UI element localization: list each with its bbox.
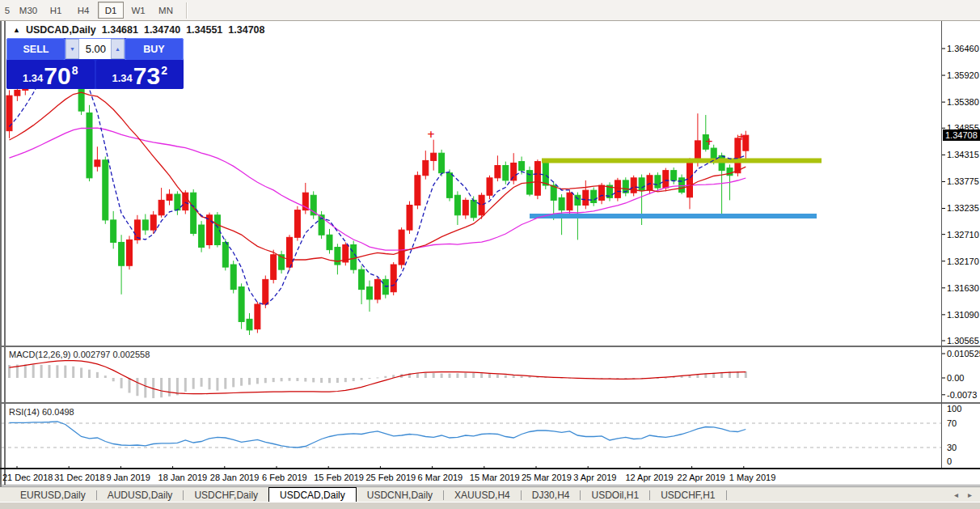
bid-price[interactable]: 1.34 70 8 <box>6 60 95 89</box>
tab-separator <box>726 490 727 500</box>
price-tick-label: 1.30565 <box>947 336 979 346</box>
date-tick-label: 9 Jan 2019 <box>106 473 150 482</box>
date-tick-label: 12 Apr 2019 <box>625 473 673 482</box>
timeframe-toolbar: 5M30H1H4D1W1MN <box>0 0 980 21</box>
bid-price-prefix: 1.34 <box>23 72 43 84</box>
date-axis-top-border <box>0 468 980 469</box>
splitter-rsi[interactable] <box>0 402 980 404</box>
date-tick-label: 1 May 2019 <box>729 473 775 482</box>
timeframe-button-h4[interactable]: H4 <box>70 2 96 19</box>
timeframe-button-m30[interactable]: M30 <box>15 2 41 19</box>
price-tick-label: 1.33775 <box>947 176 979 186</box>
rsi-tick-label: 70 <box>947 418 957 428</box>
macd-indicator-label: MACD(12,26,9) 0.002797 0.002558 <box>9 350 150 359</box>
chart-tab-eurusd-daily[interactable]: EURUSD,Daily <box>10 487 96 503</box>
axis-separator-vertical <box>941 21 942 468</box>
timeframe-button-h1[interactable]: H1 <box>43 2 69 19</box>
ask-price-pip-digit: 2 <box>161 64 167 77</box>
date-tick-label: 31 Dec 2018 <box>54 473 104 482</box>
ask-price-big-digits: 73 <box>133 66 160 87</box>
ask-price-prefix: 1.34 <box>112 72 133 84</box>
price-tick-label: 1.32710 <box>947 230 979 240</box>
chart-symbol-label: USDCAD,Daily <box>26 24 96 36</box>
status-strip <box>0 502 980 509</box>
price-tick-label: 1.33235 <box>947 203 979 213</box>
chart-tab-usdoil-h1[interactable]: USDOil,H1 <box>581 487 649 503</box>
date-tick-label: 15 Mar 2019 <box>470 473 520 482</box>
one-click-trading-panel: SELL ▼ 5.00 ▲ BUY 1.34 70 8 1.34 73 2 <box>6 38 184 89</box>
chart-tab-usdchf-daily[interactable]: USDCHF,Daily <box>184 487 268 503</box>
date-axis-bottom-border <box>0 485 980 486</box>
chart-tab-audusd-daily[interactable]: AUDUSD,Daily <box>97 487 184 503</box>
chart-frame-left <box>4 21 6 486</box>
bid-price-pip-digit: 8 <box>72 64 78 77</box>
ohlc-open: 1.34681 <box>102 24 138 36</box>
price-tick-label: 1.31090 <box>947 310 979 320</box>
ohlc-high: 1.34740 <box>144 24 180 36</box>
timeframe-button-mn[interactable]: MN <box>153 2 179 19</box>
tab-scroll-left-icon[interactable]: ◂ <box>954 490 958 499</box>
buy-button[interactable]: BUY <box>125 38 184 61</box>
chart-tab-usdchf-h1[interactable]: USDCHF,H1 <box>650 487 725 503</box>
rsi-tick-label: 30 <box>947 443 957 452</box>
chart-title: ▲ USDCAD,Daily 1.34681 1.34740 1.34551 1… <box>13 23 265 36</box>
macd-tick-label: 0.010525 <box>947 349 980 358</box>
volume-stepper: ▼ 5.00 ▲ <box>65 38 125 59</box>
date-tick-label: 6 Feb 2019 <box>262 473 307 482</box>
timeframe-button-d1[interactable]: D1 <box>98 2 124 19</box>
chart-tab-xauusd-h4[interactable]: XAUUSD,H4 <box>444 487 521 503</box>
window-left-edge <box>0 20 2 502</box>
ohlc-close: 1.34708 <box>228 24 264 36</box>
volume-increase-button[interactable]: ▲ <box>111 39 125 59</box>
price-tick-label: 1.35920 <box>947 70 979 80</box>
price-tick-label: 1.34855 <box>947 123 979 133</box>
macd-tick-label: -0.0073 <box>947 390 977 400</box>
svg-text:+: + <box>705 136 713 147</box>
svg-text:+: + <box>427 129 435 140</box>
macd-tick-label: 0.00 <box>947 373 964 383</box>
volume-input[interactable]: 5.00 <box>79 39 111 59</box>
splitter-macd[interactable] <box>0 346 980 347</box>
timeframe-button-5[interactable]: 5 <box>1 2 14 19</box>
svg-text:+: + <box>737 131 746 142</box>
date-tick-label: 28 Jan 2019 <box>210 473 260 482</box>
price-tick-label: 1.35380 <box>947 97 979 107</box>
chart-tab-usdcad-daily[interactable]: USDCAD,Daily <box>268 487 357 503</box>
price-tick-label: 1.32170 <box>947 257 979 266</box>
date-tick-label: 25 Mar 2019 <box>522 473 572 482</box>
chart-tab-dj30-h4[interactable]: DJ30,H4 <box>522 487 581 503</box>
rsi-tick-label: 100 <box>947 404 961 414</box>
ohlc-low: 1.34551 <box>186 24 222 36</box>
chart-tab-bar: EURUSD,DailyAUDUSD,DailyUSDCHF,DailyUSDC… <box>0 486 980 503</box>
price-tick-label: 1.36460 <box>947 44 979 53</box>
collapse-arrow-icon[interactable]: ▲ <box>13 26 20 34</box>
date-tick-label: 6 Mar 2019 <box>418 473 463 482</box>
rsi-indicator-label: RSI(14) 60.0498 <box>9 407 74 417</box>
timeframe-button-w1[interactable]: W1 <box>125 2 151 19</box>
volume-decrease-button[interactable]: ▼ <box>65 39 79 59</box>
date-tick-label: 22 Apr 2019 <box>678 473 725 482</box>
rsi-tick-label: 0 <box>947 456 952 466</box>
bid-price-big-digits: 70 <box>44 66 70 87</box>
toolbar-separator <box>186 2 188 19</box>
date-tick-label: 18 Jan 2019 <box>158 473 208 482</box>
date-tick-label: 25 Feb 2019 <box>365 473 416 482</box>
date-tick-label: 3 Apr 2019 <box>573 473 616 482</box>
price-tick-label: 1.34315 <box>947 150 979 159</box>
ask-price[interactable]: 1.34 73 2 <box>96 60 184 89</box>
price-tick-label: 1.31630 <box>947 283 979 293</box>
tab-scroll-right-icon[interactable]: ▸ <box>968 490 972 499</box>
sell-button[interactable]: SELL <box>6 38 65 61</box>
date-tick-label: 21 Dec 2018 <box>2 473 53 482</box>
date-tick-label: 15 Feb 2019 <box>314 473 364 482</box>
chart-tab-usdcnh-daily[interactable]: USDCNH,Daily <box>357 487 443 503</box>
